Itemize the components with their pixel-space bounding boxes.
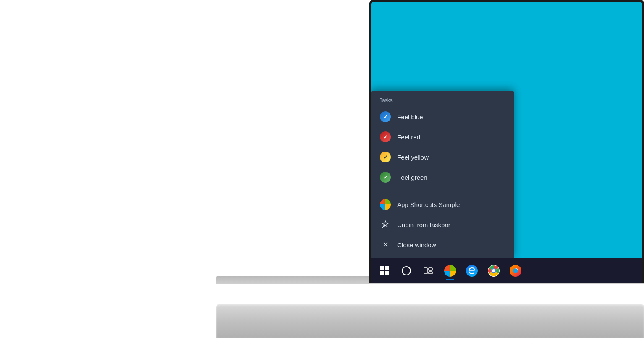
close-window-item[interactable]: ✕ Close window <box>371 235 514 255</box>
feel-red-item[interactable]: ✓ Feel red <box>371 127 514 147</box>
feel-green-label: Feel green <box>397 174 427 181</box>
taskview-icon <box>424 266 433 275</box>
chrome-taskbar-icon[interactable] <box>484 261 504 281</box>
search-button[interactable] <box>396 261 416 281</box>
feel-yellow-item[interactable]: ✓ Feel yellow <box>371 147 514 167</box>
taskview-button[interactable] <box>418 261 438 281</box>
app-shortcuts-menu-icon <box>380 199 391 210</box>
context-menu: Tasks ✓ Feel blue ✓ Feel red <box>371 91 514 258</box>
feel-blue-check: ✓ <box>383 114 388 120</box>
firefox-icon <box>510 265 521 277</box>
unpin-label: Unpin from taskbar <box>397 221 450 228</box>
svg-rect-3 <box>429 272 432 274</box>
menu-divider <box>371 191 514 191</box>
screen-bezel: Tasks ✓ Feel blue ✓ Feel red <box>371 2 642 283</box>
feel-green-check: ✓ <box>383 174 388 181</box>
feel-green-icon-container: ✓ <box>380 171 391 183</box>
feel-blue-icon: ✓ <box>380 111 391 123</box>
taskbar <box>371 258 642 283</box>
start-button[interactable] <box>374 261 395 281</box>
svg-rect-2 <box>429 268 432 270</box>
feel-red-label: Feel red <box>397 134 420 141</box>
context-menu-section-label: Tasks <box>371 96 514 107</box>
edge-icon <box>466 265 478 277</box>
chrome-icon <box>488 265 500 277</box>
feel-blue-label: Feel blue <box>397 113 423 121</box>
screen-frame: Tasks ✓ Feel blue ✓ Feel red <box>369 0 644 283</box>
white-background <box>0 0 369 338</box>
feel-yellow-icon: ✓ <box>380 151 391 163</box>
laptop-stand <box>216 304 644 338</box>
svg-point-6 <box>492 269 495 272</box>
feel-blue-item[interactable]: ✓ Feel blue <box>371 107 514 127</box>
close-window-icon: ✕ <box>380 239 391 251</box>
app-shortcuts-taskbar-icon[interactable] <box>440 261 460 281</box>
unpin-item[interactable]: Unpin from taskbar <box>371 215 514 235</box>
feel-red-check: ✓ <box>383 134 388 140</box>
feel-red-icon: ✓ <box>380 131 391 143</box>
feel-green-item[interactable]: ✓ Feel green <box>371 167 514 187</box>
unpin-icon <box>380 219 391 231</box>
app-shortcuts-item[interactable]: App Shortcuts Sample <box>371 194 514 215</box>
svg-rect-1 <box>424 268 427 274</box>
app-shortcuts-label: App Shortcuts Sample <box>397 201 460 208</box>
app-shortcuts-colorful-icon <box>444 265 456 277</box>
search-circle-icon <box>402 266 411 275</box>
edge-taskbar-icon[interactable] <box>462 261 482 281</box>
firefox-taskbar-icon[interactable] <box>505 261 526 281</box>
close-window-label: Close window <box>397 241 436 249</box>
feel-yellow-label: Feel yellow <box>397 154 429 161</box>
feel-yellow-check: ✓ <box>383 154 388 160</box>
windows-icon <box>380 266 389 275</box>
